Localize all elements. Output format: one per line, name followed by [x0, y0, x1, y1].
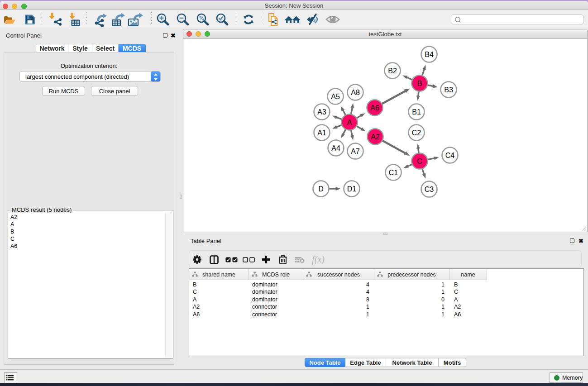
svg-text:B3: B3 [444, 86, 453, 94]
svg-text:B1: B1 [412, 108, 421, 116]
svg-text:B: B [417, 80, 422, 87]
svg-text:B2: B2 [388, 67, 397, 75]
svg-text:B4: B4 [425, 51, 434, 58]
svg-text:A8: A8 [351, 89, 360, 96]
svg-text:A1: A1 [317, 129, 326, 137]
svg-text:C3: C3 [425, 186, 434, 193]
svg-text:A6: A6 [370, 104, 379, 112]
svg-text:C4: C4 [445, 152, 455, 159]
svg-text:A7: A7 [351, 148, 360, 155]
svg-text:A5: A5 [331, 93, 340, 100]
svg-text:A: A [347, 119, 352, 126]
svg-text:f(x): f(x) [312, 254, 325, 265]
svg-text:D1: D1 [347, 185, 357, 193]
svg-text:C: C [417, 157, 422, 165]
svg-text:A3: A3 [317, 108, 326, 116]
svg-text:A4: A4 [331, 144, 340, 152]
svg-text:A2: A2 [371, 133, 380, 141]
svg-text:C2: C2 [412, 129, 421, 137]
svg-text:C1: C1 [389, 169, 398, 176]
svg-text:D: D [318, 185, 324, 193]
